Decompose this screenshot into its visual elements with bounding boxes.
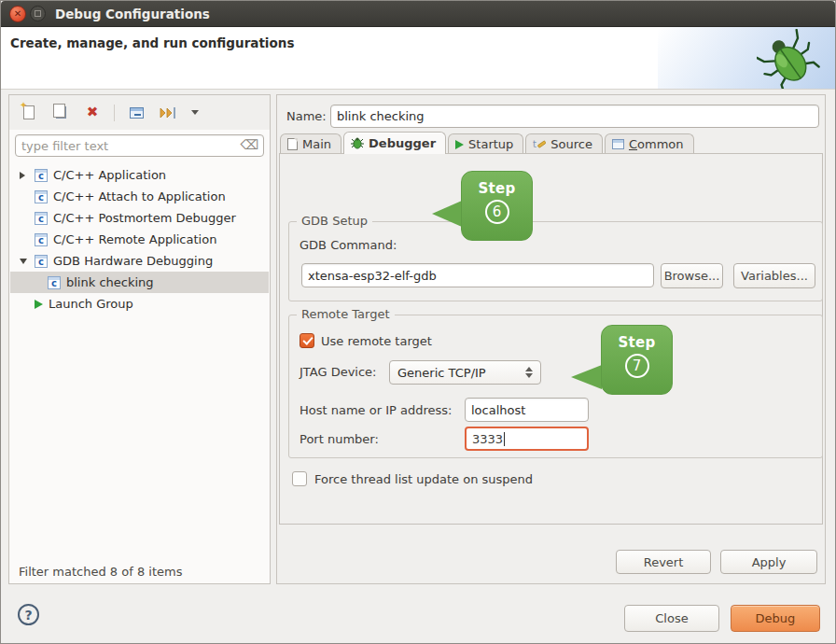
main-tab-icon (287, 138, 298, 150)
tree-item-cpp-postmortem[interactable]: C/C++ Postmortem Debugger (10, 207, 269, 229)
filter-input[interactable] (15, 134, 264, 157)
callout-step-number: 7 (625, 354, 649, 378)
banner-title: Create, manage, and run configurations (10, 35, 294, 50)
new-configuration-button[interactable] (19, 103, 39, 123)
tab-main[interactable]: Main (280, 133, 341, 154)
toolbar-separator (114, 105, 115, 121)
apply-button[interactable]: Apply (720, 550, 817, 574)
jtag-device-combo[interactable]: Generic TCP/IP (389, 360, 541, 385)
c-application-icon (35, 255, 48, 268)
window-titlebar: ✕ Debug Configurations (1, 1, 835, 27)
expander-collapsed-icon[interactable] (20, 172, 25, 179)
tree-item-gdb-hardware-debugging[interactable]: GDB Hardware Debugging (10, 250, 269, 272)
tab-label: Common (629, 137, 684, 151)
configuration-name-input[interactable] (330, 105, 819, 128)
close-button[interactable]: Close (624, 605, 719, 632)
svg-text:t: t (533, 139, 536, 149)
jtag-device-label: JTAG Device: (300, 365, 376, 379)
gdb-command-input[interactable] (301, 263, 654, 287)
spinner-icon[interactable] (525, 367, 533, 378)
startup-run-icon (455, 140, 464, 149)
host-input[interactable] (465, 398, 589, 422)
help-button[interactable]: ? (18, 604, 39, 625)
remote-target-group: Remote Target Use remote target JTAG Dev… (288, 315, 823, 458)
c-application-icon (35, 212, 48, 225)
source-tab-icon: t (533, 138, 546, 150)
dialog-banner: Create, manage, and run configurations (1, 27, 835, 90)
debug-button[interactable]: Debug (731, 605, 820, 632)
filter-icon (160, 106, 176, 119)
launch-group-icon (35, 300, 43, 309)
delete-icon: ✖ (87, 105, 99, 119)
tab-label: Source (550, 137, 592, 151)
gdb-setup-title: GDB Setup (297, 214, 372, 228)
browse-button[interactable]: Browse... (661, 263, 723, 288)
tree-item-label: Launch Group (49, 297, 133, 311)
window-restore-button[interactable] (30, 6, 46, 21)
delete-configuration-button[interactable]: ✖ (82, 103, 103, 123)
tab-debugger[interactable]: Debugger (343, 132, 446, 154)
debug-beetle-icon (757, 29, 820, 89)
callout-step-number: 6 (485, 200, 509, 224)
tree-item-cpp-attach[interactable]: C/C++ Attach to Application (10, 186, 269, 207)
toolbar-menu-button[interactable] (189, 103, 201, 123)
use-remote-target-checkbox[interactable] (300, 333, 314, 348)
tree-item-label: C/C++ Postmortem Debugger (53, 211, 236, 225)
collapse-all-button[interactable] (126, 103, 146, 123)
new-configuration-icon (23, 105, 35, 119)
duplicate-configuration-button[interactable] (50, 103, 71, 123)
debugger-bug-icon (351, 137, 364, 149)
tree-item-label: C/C++ Remote Application (53, 232, 216, 246)
c-application-icon (35, 233, 48, 246)
port-label: Port number: (300, 432, 379, 446)
tab-startup[interactable]: Startup (448, 133, 523, 154)
use-remote-target-label: Use remote target (321, 334, 432, 348)
jtag-device-value: Generic TCP/IP (397, 366, 486, 380)
tree-item-blink-checking[interactable]: blink checking (10, 272, 269, 293)
tree-item-cpp-application[interactable]: C/C++ Application (10, 164, 269, 186)
tree-item-label: blink checking (66, 275, 154, 289)
force-thread-label: Force thread list update on suspend (314, 472, 533, 486)
callout-step-text: Step (462, 180, 532, 197)
text-caret (504, 432, 505, 446)
expander-expanded-icon[interactable] (20, 259, 27, 264)
window-close-button[interactable]: ✕ (9, 6, 26, 22)
tab-label: Startup (468, 137, 513, 151)
debug-configurations-dialog: ✕ Debug Configurations Create, manage, a… (0, 0, 836, 644)
port-input[interactable]: 3333 (465, 427, 589, 451)
callout-step-text: Step (602, 334, 672, 351)
tree-item-cpp-remote[interactable]: C/C++ Remote Application (10, 229, 269, 250)
tree-item-label: C/C++ Application (53, 168, 166, 182)
restore-icon (35, 10, 41, 17)
filter-status-text: Filter matched 8 of 8 items (9, 559, 270, 583)
tree-item-label: GDB Hardware Debugging (53, 254, 213, 268)
step7-callout-tail (571, 365, 602, 389)
revert-button[interactable]: Revert (616, 550, 711, 574)
tab-source[interactable]: t Source (525, 133, 603, 154)
force-thread-row: Force thread list update on suspend (292, 471, 533, 486)
filter-configurations-button[interactable] (158, 103, 178, 123)
common-tab-icon (612, 139, 624, 149)
name-label: Name: (286, 109, 327, 123)
collapse-all-icon (130, 107, 144, 119)
remote-target-title: Remote Target (297, 307, 395, 321)
host-label: Host name or IP address: (300, 403, 452, 417)
port-value: 3333 (472, 432, 503, 446)
tab-label: Debugger (369, 136, 436, 150)
variables-button[interactable]: Variables... (733, 263, 815, 288)
clear-filter-icon[interactable]: ⌫ (240, 138, 258, 151)
tab-label: Main (302, 137, 331, 151)
gdb-command-label: GDB Command: (300, 238, 397, 252)
tab-common[interactable]: Common (605, 133, 694, 154)
gdb-setup-group: GDB Setup GDB Command: Browse... Variabl… (288, 221, 823, 301)
tree-item-label: C/C++ Attach to Application (53, 189, 226, 203)
tree-item-launch-group[interactable]: Launch Group (10, 293, 269, 315)
step6-callout: Step 6 (461, 171, 533, 241)
force-thread-checkbox[interactable] (292, 471, 307, 486)
window-title: Debug Configurations (55, 7, 210, 21)
filter-box: ⌫ (15, 134, 264, 157)
step7-callout: Step 7 (601, 325, 673, 395)
c-application-icon (48, 276, 61, 289)
c-application-icon (35, 169, 48, 182)
debugger-tab-content: GDB Setup GDB Command: Browse... Variabl… (279, 153, 823, 525)
